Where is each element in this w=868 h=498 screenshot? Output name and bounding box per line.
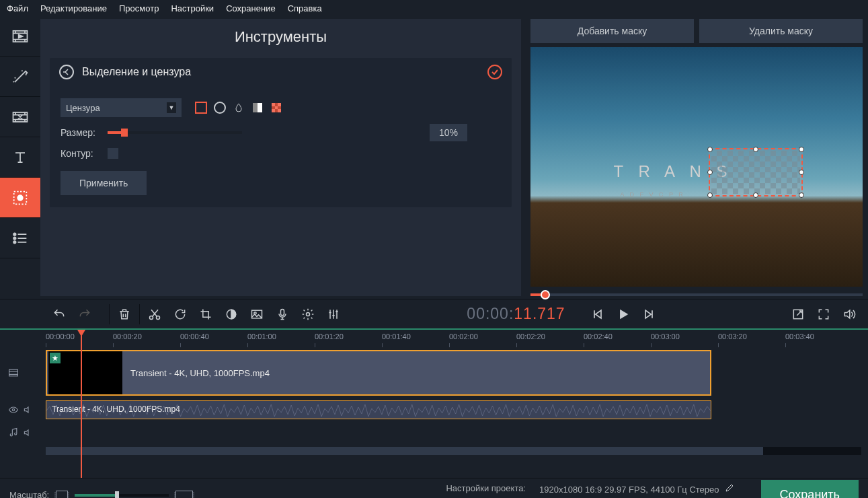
section-title: Выделение и цензура — [82, 66, 479, 78]
timeline-ruler[interactable]: 00:00:00 00:00:20 00:00:40 00:01:00 00:0… — [0, 330, 868, 349]
video-track[interactable]: ★ Transient - 4K, UHD, 1000FPS.mp4 — [46, 349, 868, 397]
cut-button[interactable] — [143, 302, 167, 326]
effect-blur[interactable] — [233, 102, 245, 114]
audio-track[interactable]: Transient - 4K, UHD, 1000FPS.mp4 — [46, 400, 868, 420]
star-icon: ★ — [50, 353, 61, 363]
menu-edit[interactable]: Редактирование — [40, 3, 107, 13]
menubar: Файл Редактирование Просмотр Настройки С… — [0, 0, 868, 16]
edit-project-icon[interactable] — [725, 483, 734, 493]
svg-point-5 — [13, 237, 16, 240]
tools-panel: Инструменты Выделение и цензура Цензура▼… — [40, 19, 521, 296]
sidebar-transitions[interactable] — [0, 97, 40, 137]
timeline: 00:00:00 00:00:20 00:00:40 00:01:00 00:0… — [0, 330, 868, 478]
back-button[interactable] — [59, 65, 74, 79]
play-button[interactable] — [611, 302, 635, 326]
zoom-label: Масштаб: — [9, 490, 49, 498]
music-track[interactable] — [46, 423, 868, 443]
statusbar: Масштаб: Настройки проекта:1920x1080 16:… — [0, 478, 868, 498]
image-button[interactable] — [245, 302, 269, 326]
outline-checkbox[interactable] — [108, 148, 118, 159]
menu-view[interactable]: Просмотр — [119, 3, 159, 13]
effect-bw[interactable] — [251, 102, 264, 114]
shape-square[interactable] — [195, 102, 207, 114]
volume-button[interactable] — [837, 302, 861, 326]
prev-button[interactable] — [586, 302, 610, 326]
redo-button[interactable] — [73, 302, 97, 326]
svg-rect-15 — [9, 369, 18, 376]
crop-button[interactable] — [194, 302, 218, 326]
apply-button[interactable]: Применить — [61, 171, 147, 195]
clip-name: Transient - 4K, UHD, 1000FPS.mp4 — [130, 368, 270, 378]
censor-selection[interactable] — [709, 148, 803, 197]
sidebar-media[interactable] — [0, 16, 40, 57]
delete-mask-button[interactable]: Удалить маску — [699, 19, 863, 43]
menu-save[interactable]: Сохранение — [226, 3, 276, 13]
confirm-button[interactable] — [487, 65, 502, 79]
next-button[interactable] — [637, 302, 661, 326]
edit-toolbar: 00:00:11.717 — [0, 299, 868, 330]
add-mask-button[interactable]: Добавить маску — [530, 19, 694, 43]
rotate-button[interactable] — [168, 302, 192, 326]
audio-clip-name: Transient - 4K, UHD, 1000FPS.mp4 — [52, 404, 180, 414]
preview-viewport[interactable]: T R A N S A D F V C P R — [530, 47, 863, 287]
svg-point-4 — [13, 233, 16, 236]
timecode: 00:00:11.717 — [467, 305, 565, 323]
speaker-icon[interactable] — [23, 404, 34, 415]
preview-panel: Добавить маску Удалить маску T R A N S A… — [525, 16, 868, 299]
svg-point-16 — [12, 408, 14, 411]
tools-title: Инструменты — [40, 19, 521, 52]
eye-icon[interactable] — [8, 404, 19, 415]
sidebar-highlight-censor[interactable] — [0, 178, 40, 218]
delete-button[interactable] — [112, 302, 136, 326]
size-slider[interactable] — [108, 131, 242, 134]
menu-help[interactable]: Справка — [288, 3, 322, 13]
svg-point-13 — [307, 312, 310, 316]
sidebar — [0, 16, 40, 299]
effect-pixelate[interactable] — [270, 102, 282, 114]
color-button[interactable] — [219, 302, 243, 326]
censor-type-dropdown[interactable]: Цензура▼ — [61, 98, 182, 117]
project-settings-value: 1920x1080 16:9 29.97 FPS, 44100 Гц Стере… — [539, 483, 734, 495]
music-icon — [8, 427, 19, 438]
preview-overlay-sub: A D F V C P R — [620, 191, 684, 198]
zoom-in-icon[interactable] — [175, 491, 193, 499]
film-icon — [8, 367, 19, 378]
export-button[interactable] — [786, 302, 810, 326]
fullscreen-button[interactable] — [812, 302, 836, 326]
zoom-out-icon[interactable] — [56, 491, 68, 499]
undo-button[interactable] — [47, 302, 71, 326]
shape-circle[interactable] — [214, 102, 226, 114]
preview-scrubber[interactable] — [530, 293, 863, 296]
timeline-scrollbar[interactable] — [46, 447, 861, 455]
project-settings-label: Настройки проекта: — [446, 483, 526, 495]
sidebar-list[interactable] — [0, 218, 40, 258]
menu-file[interactable]: Файл — [7, 3, 28, 13]
playhead[interactable] — [81, 330, 82, 478]
zoom-slider[interactable] — [75, 494, 169, 497]
speaker-icon[interactable] — [23, 427, 34, 438]
audio-clip[interactable]: Transient - 4K, UHD, 1000FPS.mp4 — [46, 400, 711, 419]
sidebar-titles[interactable] — [0, 137, 40, 178]
size-value: 10% — [430, 124, 467, 141]
svg-point-3 — [17, 194, 23, 201]
svg-point-6 — [13, 241, 16, 244]
sidebar-effects[interactable] — [0, 57, 40, 97]
size-label: Размер: — [61, 127, 101, 138]
outline-label: Контур: — [61, 148, 101, 159]
menu-settings[interactable]: Настройки — [171, 3, 214, 13]
video-clip[interactable]: ★ Transient - 4K, UHD, 1000FPS.mp4 — [46, 350, 711, 396]
mic-button[interactable] — [270, 302, 294, 326]
settings-button[interactable] — [296, 302, 320, 326]
equalizer-button[interactable] — [321, 302, 346, 326]
save-button[interactable]: Сохранить — [761, 480, 859, 498]
svg-rect-12 — [281, 309, 284, 315]
